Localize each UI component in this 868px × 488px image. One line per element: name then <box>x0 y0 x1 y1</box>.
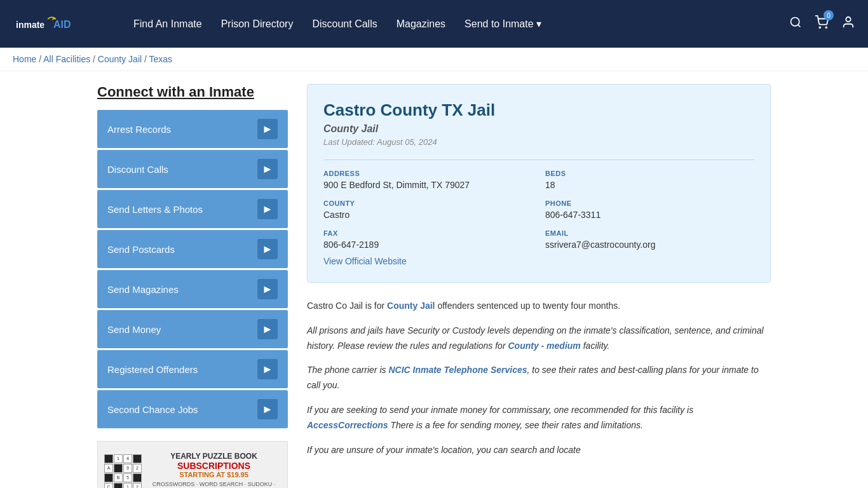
facility-type: County Jail <box>323 123 754 135</box>
desc-para5-text: If you are unsure of your inmate's locat… <box>307 445 581 455</box>
sidebar-item-discount-calls[interactable]: Discount Calls ► <box>97 150 288 188</box>
fax-label: FAX <box>323 229 532 237</box>
svg-point-5 <box>819 27 820 28</box>
phone-label: PHONE <box>545 200 754 207</box>
sidebar-label-send-money: Send Money <box>107 324 161 335</box>
sidebar-item-send-letters[interactable]: Send Letters & Photos ► <box>97 190 288 228</box>
site-header: inmate AID Find An Inmate Prison Directo… <box>0 0 868 48</box>
desc-para3: The phone carrier is NCIC Inmate Telepho… <box>307 363 771 393</box>
sidebar-label-send-postcards: Send Postcards <box>107 244 175 255</box>
sidebar-menu: Arrest Records ► Discount Calls ► Send L… <box>97 110 288 428</box>
facility-details: ADDRESS 900 E Bedford St, Dimmitt, TX 79… <box>323 159 754 250</box>
view-website-link[interactable]: View Official Website <box>323 256 407 266</box>
desc-para1-text2: offenders sentenced up to twenty four mo… <box>435 301 621 311</box>
sidebar-label-arrest-records: Arrest Records <box>107 124 171 135</box>
county-jail-link-1[interactable]: County Jail <box>387 301 435 311</box>
search-icon[interactable] <box>789 16 802 32</box>
desc-para2: All prisons and jails have Security or C… <box>307 323 771 354</box>
desc-para3-text1: The phone carrier is <box>307 365 388 375</box>
desc-para1: Castro Co Jail is for County Jail offend… <box>307 299 771 314</box>
arrow-icon-2: ► <box>257 199 278 219</box>
ad-tagline: CROSSWORDS · WORD SEARCH · SUDOKU · BRAI… <box>147 481 281 488</box>
logo[interactable]: inmate AID <box>13 11 102 37</box>
main-nav: Find An Inmate Prison Directory Discount… <box>133 18 770 30</box>
desc-para1-text1: Castro Co Jail is for <box>307 301 387 311</box>
arrow-icon-5: ► <box>257 319 278 339</box>
nav-find-inmate[interactable]: Find An Inmate <box>133 18 202 30</box>
sidebar-title: Connect with an Inmate <box>97 84 288 100</box>
facility-description: Castro Co Jail is for County Jail offend… <box>307 299 771 458</box>
svg-point-3 <box>791 18 799 26</box>
desc-para2-text2: facility. <box>581 341 610 351</box>
nav-discount-calls[interactable]: Discount Calls <box>312 18 377 30</box>
sidebar-label-registered-offenders: Registered Offenders <box>107 364 198 375</box>
svg-point-6 <box>825 27 827 28</box>
beds-value: 18 <box>545 180 754 190</box>
sidebar: Connect with an Inmate Arrest Records ► … <box>97 84 288 488</box>
breadcrumb-home[interactable]: Home <box>13 54 36 64</box>
phone-value: 806-647-3311 <box>545 210 754 220</box>
beds-label: BEDS <box>545 170 754 177</box>
ncic-link[interactable]: NCIC Inmate Telephone Services <box>388 365 527 375</box>
ad-banner[interactable]: 1 4 A 9 2 B 5 C 1 2 YEARLY <box>97 441 288 488</box>
detail-address: ADDRESS 900 E Bedford St, Dimmitt, TX 79… <box>323 170 532 190</box>
sidebar-item-send-magazines[interactable]: Send Magazines ► <box>97 270 288 308</box>
detail-beds: BEDS 18 <box>545 170 754 190</box>
nav-magazines[interactable]: Magazines <box>397 18 445 30</box>
email-label: EMAIL <box>545 229 754 237</box>
nav-send-to-inmate[interactable]: Send to Inmate ▾ <box>465 18 541 30</box>
facility-updated: Last Updated: August 05, 2024 <box>323 137 754 147</box>
sidebar-label-discount-calls: Discount Calls <box>107 164 168 175</box>
breadcrumb-all-facilities[interactable]: All Facilities <box>43 54 90 64</box>
ad-price: STARTING AT $19.95 <box>147 471 281 478</box>
address-value: 900 E Bedford St, Dimmitt, TX 79027 <box>323 180 532 190</box>
county-label: COUNTY <box>323 200 532 207</box>
county-value: Castro <box>323 210 532 220</box>
sidebar-item-arrest-records[interactable]: Arrest Records ► <box>97 110 288 148</box>
arrow-icon-1: ► <box>257 159 278 179</box>
breadcrumb: Home / All Facilities / County Jail / Te… <box>0 48 868 71</box>
desc-para4-text3: There is a fee for sending money, see th… <box>391 420 643 430</box>
svg-line-4 <box>798 25 801 27</box>
sidebar-label-send-magazines: Send Magazines <box>107 284 179 295</box>
arrow-icon-0: ► <box>257 119 278 139</box>
desc-para4-text1: If you are seeking to send your inmate m… <box>307 405 693 415</box>
desc-para5: If you are unsure of your inmate's locat… <box>307 443 771 458</box>
sidebar-label-send-letters: Send Letters & Photos <box>107 204 203 215</box>
facility-name: Castro County TX Jail <box>323 100 754 120</box>
arrow-icon-3: ► <box>257 239 278 259</box>
user-icon[interactable] <box>841 15 855 32</box>
cart-icon[interactable]: 0 <box>815 15 829 32</box>
detail-county: COUNTY Castro <box>323 200 532 220</box>
cart-badge: 0 <box>824 10 834 20</box>
address-label: ADDRESS <box>323 170 532 177</box>
sidebar-item-registered-offenders[interactable]: Registered Offenders ► <box>97 350 288 388</box>
svg-text:AID: AID <box>53 19 71 30</box>
detail-email: EMAIL ssrivera7@castrocounty.org <box>545 229 754 250</box>
nav-prison-directory[interactable]: Prison Directory <box>221 18 294 30</box>
detail-phone: PHONE 806-647-3311 <box>545 200 754 220</box>
ad-subtitle: SUBSCRIPTIONS <box>147 461 281 471</box>
sidebar-item-send-money[interactable]: Send Money ► <box>97 310 288 348</box>
logo-svg: inmate AID <box>13 11 102 37</box>
ad-content: YEARLY PUZZLE BOOK SUBSCRIPTIONS STARTIN… <box>147 452 281 488</box>
svg-text:inmate: inmate <box>16 20 44 30</box>
content-area: Castro County TX Jail County Jail Last U… <box>307 84 771 488</box>
sidebar-item-send-postcards[interactable]: Send Postcards ► <box>97 230 288 268</box>
county-medium-link[interactable]: County - medium <box>508 341 580 351</box>
breadcrumb-county-jail[interactable]: County Jail <box>98 54 142 64</box>
ad-title: YEARLY PUZZLE BOOK <box>147 452 281 461</box>
fax-value: 806-647-2189 <box>323 240 532 250</box>
arrow-icon-4: ► <box>257 279 278 299</box>
arrow-icon-6: ► <box>257 359 278 379</box>
breadcrumb-state[interactable]: Texas <box>149 54 173 64</box>
detail-fax: FAX 806-647-2189 <box>323 229 532 250</box>
arrow-icon-7: ► <box>257 399 278 419</box>
sidebar-item-second-chance-jobs[interactable]: Second Chance Jobs ► <box>97 390 288 428</box>
svg-point-7 <box>846 17 850 22</box>
facility-card: Castro County TX Jail County Jail Last U… <box>307 84 771 283</box>
sidebar-label-second-chance-jobs: Second Chance Jobs <box>107 404 198 415</box>
header-icons: 0 <box>789 15 855 32</box>
access-corrections-link[interactable]: AccessCorrections <box>307 420 388 430</box>
main-layout: Connect with an Inmate Arrest Records ► … <box>85 84 783 488</box>
